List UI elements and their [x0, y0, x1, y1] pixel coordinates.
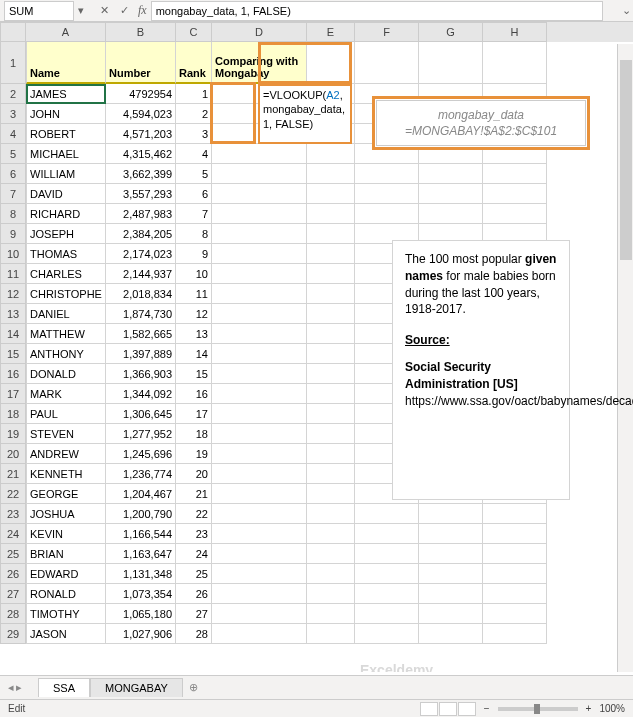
row-header[interactable]: 11 [0, 264, 26, 284]
cell-name[interactable]: RONALD [26, 584, 106, 604]
cell-rank[interactable]: 15 [176, 364, 212, 384]
row-header[interactable]: 12 [0, 284, 26, 304]
view-break-icon[interactable] [458, 702, 476, 716]
cell-name[interactable]: DAVID [26, 184, 106, 204]
zoom-in-icon[interactable]: + [586, 703, 592, 714]
view-layout-icon[interactable] [439, 702, 457, 716]
cell-comparing[interactable] [212, 484, 307, 504]
cell-number[interactable]: 1,874,730 [106, 304, 176, 324]
row-header[interactable]: 29 [0, 624, 26, 644]
cell-name[interactable]: BRIAN [26, 544, 106, 564]
cell-number[interactable]: 1,204,467 [106, 484, 176, 504]
row-header[interactable]: 2 [0, 84, 26, 104]
row-header[interactable]: 9 [0, 224, 26, 244]
cell-comparing[interactable] [212, 304, 307, 324]
cell-name[interactable]: ANDREW [26, 444, 106, 464]
cell-rank[interactable]: 5 [176, 164, 212, 184]
cell-comparing[interactable] [212, 144, 307, 164]
row-header[interactable]: 8 [0, 204, 26, 224]
cell-comparing[interactable] [212, 524, 307, 544]
cell-comparing[interactable] [212, 404, 307, 424]
add-sheet-icon[interactable]: ⊕ [189, 681, 198, 694]
row-header[interactable]: 20 [0, 444, 26, 464]
cell-rank[interactable]: 20 [176, 464, 212, 484]
cell-comparing[interactable] [212, 464, 307, 484]
cell-comparing[interactable] [212, 344, 307, 364]
cell-comparing[interactable] [212, 604, 307, 624]
cell-rank[interactable]: 12 [176, 304, 212, 324]
cell-number[interactable]: 2,487,983 [106, 204, 176, 224]
cell-number[interactable]: 4,594,023 [106, 104, 176, 124]
cell-number[interactable]: 1,236,774 [106, 464, 176, 484]
name-box[interactable]: SUM [4, 1, 74, 21]
row-header[interactable]: 5 [0, 144, 26, 164]
row-header[interactable]: 25 [0, 544, 26, 564]
cell-name[interactable]: JOHN [26, 104, 106, 124]
cell-name[interactable]: WILLIAM [26, 164, 106, 184]
cell-rank[interactable]: 22 [176, 504, 212, 524]
cell-rank[interactable]: 28 [176, 624, 212, 644]
cell-rank[interactable]: 9 [176, 244, 212, 264]
cell-rank[interactable]: 25 [176, 564, 212, 584]
cell-rank[interactable]: 2 [176, 104, 212, 124]
row-header[interactable]: 14 [0, 324, 26, 344]
row-header[interactable]: 22 [0, 484, 26, 504]
cell-comparing[interactable] [212, 364, 307, 384]
cell-name[interactable]: MARK [26, 384, 106, 404]
sheet-tab-mongabay[interactable]: MONGABAY [90, 678, 183, 697]
accept-formula-icon[interactable]: ✓ [116, 4, 132, 17]
cell-rank[interactable]: 6 [176, 184, 212, 204]
cell-number[interactable]: 1,027,906 [106, 624, 176, 644]
row-header[interactable]: 24 [0, 524, 26, 544]
cell-comparing[interactable] [212, 584, 307, 604]
cell-name[interactable]: ROBERT [26, 124, 106, 144]
cell-number[interactable]: 2,384,205 [106, 224, 176, 244]
cell-number[interactable]: 2,018,834 [106, 284, 176, 304]
cell-number[interactable]: 1,306,645 [106, 404, 176, 424]
cell-comparing[interactable] [212, 424, 307, 444]
vertical-scrollbar[interactable] [617, 44, 633, 672]
cell-number[interactable]: 4792954 [106, 84, 176, 104]
select-all-corner[interactable] [0, 22, 26, 42]
cell-name[interactable]: GEORGE [26, 484, 106, 504]
cell-name[interactable]: EDWARD [26, 564, 106, 584]
row-header-1[interactable]: 1 [0, 42, 26, 84]
header-rank[interactable]: Rank [176, 42, 212, 84]
cell-rank[interactable]: 27 [176, 604, 212, 624]
cell-number[interactable]: 1,277,952 [106, 424, 176, 444]
cell-rank[interactable]: 3 [176, 124, 212, 144]
cell-name[interactable]: PAUL [26, 404, 106, 424]
row-header[interactable]: 6 [0, 164, 26, 184]
cell-name[interactable]: KENNETH [26, 464, 106, 484]
cell-rank[interactable]: 24 [176, 544, 212, 564]
cell-rank[interactable]: 23 [176, 524, 212, 544]
cell-rank[interactable]: 8 [176, 224, 212, 244]
cell-name[interactable]: JOSEPH [26, 224, 106, 244]
cell-name[interactable]: JOSHUA [26, 504, 106, 524]
row-header[interactable]: 7 [0, 184, 26, 204]
col-header-F[interactable]: F [355, 22, 419, 42]
col-header-E[interactable]: E [307, 22, 355, 42]
cell-number[interactable]: 4,315,462 [106, 144, 176, 164]
cell-rank[interactable]: 10 [176, 264, 212, 284]
cell-comparing[interactable] [212, 504, 307, 524]
cell-number[interactable]: 1,366,903 [106, 364, 176, 384]
row-header[interactable]: 18 [0, 404, 26, 424]
cell-number[interactable]: 1,582,665 [106, 324, 176, 344]
row-header[interactable]: 19 [0, 424, 26, 444]
cell-number[interactable]: 1,163,647 [106, 544, 176, 564]
fx-icon[interactable]: fx [138, 3, 147, 18]
col-header-A[interactable]: A [26, 22, 106, 42]
cell-number[interactable]: 4,571,203 [106, 124, 176, 144]
cell-rank[interactable]: 19 [176, 444, 212, 464]
header-name[interactable]: Name [26, 42, 106, 84]
view-normal-icon[interactable] [420, 702, 438, 716]
cell-comparing[interactable] [212, 384, 307, 404]
cell-number[interactable]: 2,174,023 [106, 244, 176, 264]
row-header[interactable]: 13 [0, 304, 26, 324]
cell-comparing[interactable] [212, 264, 307, 284]
row-header[interactable]: 26 [0, 564, 26, 584]
row-header[interactable]: 27 [0, 584, 26, 604]
row-header[interactable]: 3 [0, 104, 26, 124]
cell-name[interactable]: ANTHONY [26, 344, 106, 364]
